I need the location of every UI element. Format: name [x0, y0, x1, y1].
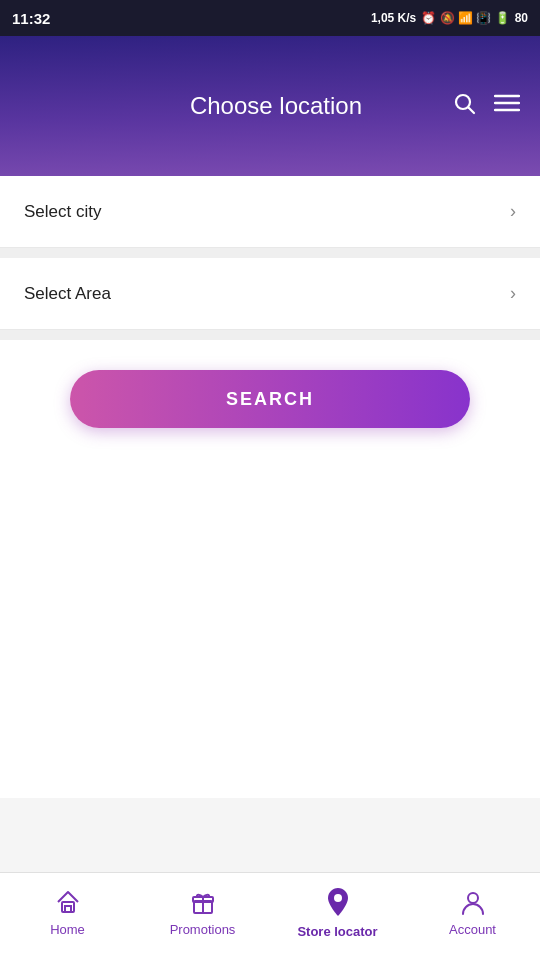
- search-section: SEARCH: [0, 340, 540, 458]
- search-icon[interactable]: [452, 91, 476, 121]
- time: 11:32: [12, 10, 50, 27]
- status-bar: 11:32 1,05 K/s ⏰ 🔕 📶 📳 🔋 80: [0, 0, 540, 36]
- home-label: Home: [50, 922, 85, 937]
- promotions-label: Promotions: [170, 922, 236, 937]
- battery-level: 80: [515, 11, 528, 25]
- divider-2: [0, 330, 540, 340]
- svg-line-1: [469, 108, 475, 114]
- page-title: Choose location: [100, 92, 452, 120]
- bottom-nav: Home Promotions Store locator Account: [0, 872, 540, 960]
- select-area-label: Select Area: [24, 284, 111, 304]
- account-icon: [459, 888, 487, 916]
- svg-rect-6: [65, 906, 71, 912]
- empty-content: [0, 458, 540, 798]
- nav-item-store-locator[interactable]: Store locator: [270, 886, 405, 939]
- select-city-label: Select city: [24, 202, 101, 222]
- select-area-row[interactable]: Select Area ›: [0, 258, 540, 330]
- nav-item-home[interactable]: Home: [0, 888, 135, 937]
- svg-point-11: [468, 893, 478, 903]
- header-actions: [452, 91, 520, 121]
- promotions-icon: [189, 888, 217, 916]
- svg-point-10: [334, 894, 342, 902]
- chevron-right-icon: ›: [510, 201, 516, 222]
- locator-icon: [324, 886, 352, 918]
- home-icon: [54, 888, 82, 916]
- nav-item-promotions[interactable]: Promotions: [135, 888, 270, 937]
- status-right: 1,05 K/s ⏰ 🔕 📶 📳 🔋 80: [371, 11, 528, 25]
- divider: [0, 248, 540, 258]
- nav-item-account[interactable]: Account: [405, 888, 540, 937]
- header: Choose location: [0, 36, 540, 176]
- status-icons: ⏰ 🔕 📶 📳 🔋: [421, 11, 509, 25]
- select-city-row[interactable]: Select city ›: [0, 176, 540, 248]
- chevron-right-icon-2: ›: [510, 283, 516, 304]
- store-locator-label: Store locator: [297, 924, 377, 939]
- account-label: Account: [449, 922, 496, 937]
- content-area: Select city › Select Area › SEARCH: [0, 176, 540, 798]
- network-speed: 1,05 K/s: [371, 11, 416, 25]
- menu-icon[interactable]: [494, 92, 520, 120]
- search-button[interactable]: SEARCH: [70, 370, 470, 428]
